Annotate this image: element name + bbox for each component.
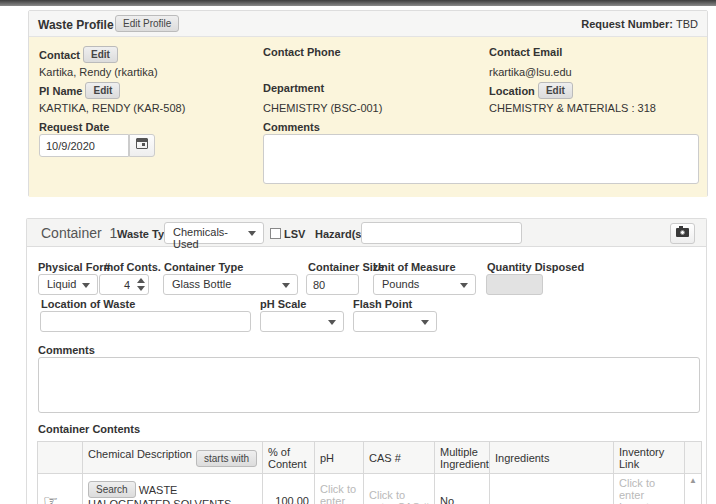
request-number-label: Request Number:: [581, 18, 673, 30]
department-label: Department: [263, 82, 324, 94]
chemical-description-header: Chemical Description starts with: [83, 442, 263, 474]
waste-profile-body: Contact Edit Kartika, Rendy (rkartika) P…: [29, 37, 707, 197]
container-title: Container 1: [41, 225, 117, 241]
row-pointer-header: [38, 442, 83, 474]
starts-with-button[interactable]: starts with: [196, 450, 257, 467]
hazards-input[interactable]: [361, 222, 522, 244]
contact-email-label: Contact Email: [489, 46, 562, 58]
num-conts-stepper[interactable]: [134, 275, 148, 294]
location-of-waste-label: Location of Waste: [41, 298, 135, 310]
request-number-value: TBD: [676, 18, 698, 30]
pi-name-label: PI Name Edit: [39, 82, 120, 99]
request-number: Request Number: TBD: [581, 18, 698, 30]
chevron-down-icon: [460, 283, 468, 288]
calendar-icon: [136, 138, 148, 149]
request-date-label: Request Date: [39, 121, 109, 133]
ph-header: pH: [315, 442, 364, 474]
hazards-label: Hazard(s): [315, 228, 365, 240]
location-of-waste-input[interactable]: [40, 311, 251, 332]
window-top-bar: [0, 0, 716, 6]
row-pointer-icon: ☞: [43, 492, 58, 504]
profile-comments-textarea[interactable]: [263, 134, 699, 184]
multiple-ingredients-header: Multiple Ingredients: [435, 442, 490, 474]
inventory-link-header: Inventory Link: [614, 442, 685, 474]
container-size-input[interactable]: [306, 274, 359, 295]
ph-scale-label: pH Scale: [260, 298, 306, 310]
cas-cell[interactable]: Click to enter CAS #: [364, 474, 435, 504]
profile-comments-label: Comments: [263, 121, 320, 133]
percent-content-cell[interactable]: 100.00: [263, 474, 315, 504]
pi-name-edit-button[interactable]: Edit: [85, 82, 120, 99]
table-header-row: Chemical Description starts with % of Co…: [38, 442, 702, 474]
waste-profile-panel: Waste Profile Edit Profile Request Numbe…: [28, 10, 708, 197]
physical-form-label: Physical Form: [38, 261, 113, 273]
physical-form-select[interactable]: Liquid: [38, 274, 98, 295]
waste-type-select[interactable]: Chemicals-Used: [164, 222, 264, 244]
contact-edit-button[interactable]: Edit: [83, 46, 118, 63]
scroll-up-icon[interactable]: ▲: [685, 474, 701, 486]
container-type-label: Container Type: [164, 261, 243, 273]
multiple-ingredients-cell[interactable]: No: [435, 474, 490, 504]
container-comments-textarea[interactable]: [38, 357, 700, 413]
ph-cell[interactable]: Click to enter pH: [315, 474, 364, 504]
chevron-down-icon: [282, 283, 290, 288]
ingredients-header: Ingredients: [490, 442, 614, 474]
flash-point-label: Flash Point: [353, 298, 412, 310]
row-pointer-cell: ☞: [38, 474, 83, 504]
quantity-disposed-input: [486, 274, 543, 295]
contact-phone-label: Contact Phone: [263, 46, 341, 58]
unit-of-measure-select[interactable]: Pounds: [373, 274, 476, 295]
flash-point-select[interactable]: [353, 311, 437, 332]
stepper-down-icon[interactable]: [137, 286, 145, 291]
chevron-down-icon: [328, 320, 336, 325]
chevron-down-icon: [82, 283, 90, 288]
lsv-checkbox[interactable]: [270, 228, 281, 239]
ph-scale-select[interactable]: [260, 311, 344, 332]
percent-content-header: % of Content: [263, 442, 315, 474]
camera-icon: [676, 228, 689, 237]
unit-of-measure-label: Unit of Measure: [373, 261, 456, 273]
calendar-button[interactable]: [129, 134, 155, 157]
stepper-up-icon[interactable]: [137, 278, 145, 283]
table-scrollbar[interactable]: ▲: [685, 474, 702, 504]
camera-button[interactable]: [670, 223, 695, 244]
container-type-select[interactable]: Glass Bottle: [163, 274, 298, 295]
contact-value: Kartika, Rendy (rkartika): [39, 66, 158, 78]
container-panel: Container 1 Waste Type Chemicals-Used LS…: [26, 218, 707, 504]
quantity-disposed-label: Quantity Disposed: [487, 261, 584, 273]
location-edit-button[interactable]: Edit: [538, 82, 573, 99]
container-contents-table: Chemical Description starts with % of Co…: [37, 441, 702, 504]
pi-name-value: KARTIKA, RENDY (KAR-508): [39, 102, 185, 114]
search-button[interactable]: Search: [88, 481, 136, 498]
lsv-label: LSV: [284, 228, 305, 240]
table-row: ☞ Search WASTE HALOGENATED SOLVENTS - KA…: [38, 474, 702, 504]
chevron-down-icon: [421, 320, 429, 325]
request-date-input[interactable]: [39, 134, 129, 157]
container-comments-label: Comments: [38, 344, 95, 356]
chevron-down-icon: [248, 231, 256, 236]
chemical-description-cell[interactable]: Search WASTE HALOGENATED SOLVENTS - KART…: [83, 474, 263, 504]
contact-label: Contact Edit: [39, 46, 118, 63]
edit-profile-button[interactable]: Edit Profile: [115, 15, 179, 32]
inventory-link-cell[interactable]: Click to enter Inventory Link #: [614, 474, 685, 504]
department-value: CHEMISTRY (BSC-001): [263, 102, 382, 114]
waste-profile-title: Waste Profile: [38, 18, 114, 32]
container-contents-title: Container Contents: [38, 423, 140, 435]
location-label: Location Edit: [489, 82, 573, 99]
ingredients-cell[interactable]: [490, 474, 614, 504]
location-value: CHEMISTRY & MATERIALS : 318: [489, 102, 656, 114]
table-scrollbar-header: [685, 442, 702, 474]
num-conts-label: # of Conts.: [104, 261, 161, 273]
contact-email-value: rkartika@lsu.edu: [489, 66, 572, 78]
cas-header: CAS #: [364, 442, 435, 474]
